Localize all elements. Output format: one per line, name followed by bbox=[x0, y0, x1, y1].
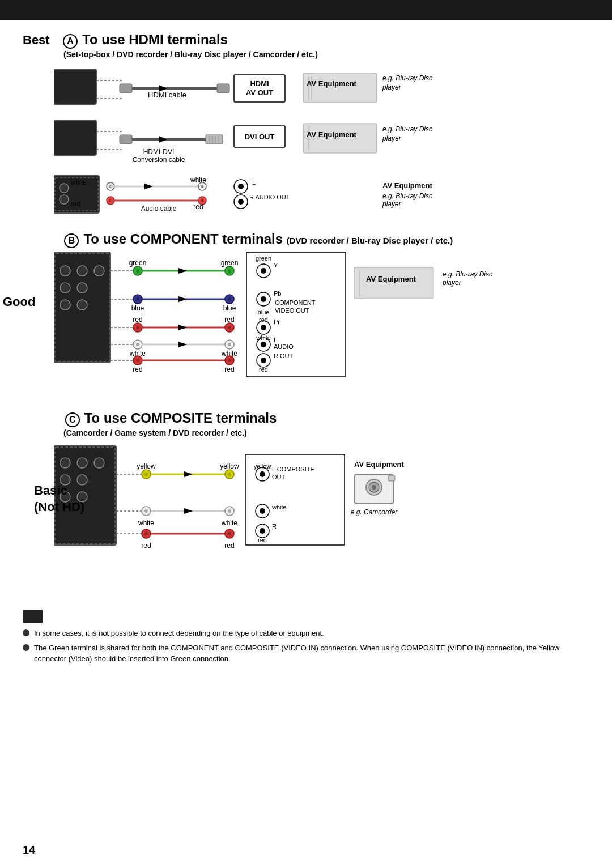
note-bullet-1 bbox=[23, 629, 29, 636]
svg-point-53 bbox=[201, 199, 204, 202]
top-bar bbox=[0, 0, 612, 20]
note-1: In some cases, it is not possible to con… bbox=[23, 628, 589, 639]
section-b-subtitle-inline: (DVD recorder / Blu-ray Disc player / et… bbox=[287, 236, 453, 245]
svg-rect-19 bbox=[120, 135, 132, 144]
svg-point-100 bbox=[136, 359, 139, 362]
svg-point-134 bbox=[261, 342, 266, 347]
circle-b: B bbox=[64, 233, 79, 248]
svg-point-177 bbox=[228, 509, 231, 513]
svg-marker-48 bbox=[144, 184, 153, 189]
svg-point-116 bbox=[228, 359, 231, 362]
svg-point-148 bbox=[60, 458, 70, 468]
section-a-subtitle: (Set-top-box / DVD recorder / Blu-ray Di… bbox=[63, 50, 589, 59]
svg-point-82 bbox=[136, 297, 139, 301]
svg-marker-78 bbox=[178, 268, 187, 274]
svg-point-67 bbox=[77, 266, 87, 276]
svg-text:e.g. Blu-ray Disc: e.g. Blu-ray Disc bbox=[382, 74, 432, 82]
svg-text:AV Equipment: AV Equipment bbox=[366, 275, 416, 283]
svg-point-69 bbox=[60, 283, 70, 293]
svg-text:DVI OUT: DVI OUT bbox=[245, 133, 275, 141]
section-c: Basic C To use COMPOSITE terminals (Camc… bbox=[23, 410, 589, 587]
svg-point-60 bbox=[238, 199, 244, 205]
svg-text:white: white bbox=[70, 178, 87, 186]
svg-point-184 bbox=[260, 471, 265, 477]
svg-rect-0 bbox=[54, 69, 96, 104]
svg-text:AV Equipment: AV Equipment bbox=[307, 79, 357, 88]
svg-text:AV Equipment: AV Equipment bbox=[307, 130, 357, 139]
section-c-title: To use COMPOSITE terminals bbox=[84, 410, 277, 426]
svg-text:red: red bbox=[258, 537, 267, 543]
svg-text:green: green bbox=[256, 255, 271, 262]
svg-rect-22 bbox=[206, 135, 223, 144]
svg-marker-160 bbox=[184, 471, 193, 477]
svg-text:Conversion cable: Conversion cable bbox=[133, 156, 185, 164]
svg-marker-21 bbox=[159, 136, 167, 143]
notes-area: In some cases, it is not possible to con… bbox=[23, 610, 589, 665]
svg-text:L: L bbox=[274, 337, 277, 343]
svg-text:L COMPOSITE: L COMPOSITE bbox=[272, 466, 314, 473]
svg-text:white: white bbox=[138, 519, 154, 527]
svg-text:e.g. Blu-ray Disc: e.g. Blu-ray Disc bbox=[382, 192, 432, 200]
svg-point-199 bbox=[372, 485, 376, 490]
svg-text:red: red bbox=[224, 316, 234, 324]
section-a: Best A To use HDMI terminals (Set-top-bo… bbox=[23, 32, 589, 225]
svg-text:red: red bbox=[141, 542, 151, 550]
svg-text:player: player bbox=[442, 279, 462, 287]
svg-text:AV Equipment: AV Equipment bbox=[354, 460, 405, 469]
svg-rect-6 bbox=[217, 84, 230, 93]
svg-point-51 bbox=[201, 185, 204, 188]
svg-point-164 bbox=[144, 509, 148, 513]
svg-text:AV Equipment: AV Equipment bbox=[382, 181, 433, 190]
svg-text:Y: Y bbox=[274, 262, 278, 269]
svg-text:white: white bbox=[221, 519, 237, 527]
svg-point-139 bbox=[261, 358, 266, 363]
svg-rect-3 bbox=[120, 84, 132, 93]
svg-point-107 bbox=[228, 297, 231, 301]
svg-point-110 bbox=[228, 326, 231, 329]
svg-text:red: red bbox=[259, 366, 268, 373]
svg-text:blue: blue bbox=[258, 309, 270, 316]
svg-point-150 bbox=[94, 458, 104, 468]
composite-diagram-svg: yellow white red yellow bbox=[54, 443, 575, 585]
svg-text:VIDEO OUT: VIDEO OUT bbox=[275, 307, 309, 314]
svg-text:red: red bbox=[224, 365, 234, 373]
svg-point-104 bbox=[228, 269, 231, 273]
svg-point-170 bbox=[144, 532, 148, 535]
svg-point-37 bbox=[60, 184, 69, 193]
svg-point-57 bbox=[238, 184, 244, 189]
svg-text:COMPONENT: COMPONENT bbox=[275, 299, 316, 306]
svg-text:L: L bbox=[252, 179, 256, 186]
svg-text:player: player bbox=[382, 200, 402, 208]
svg-text:e.g. Blu-ray Disc: e.g. Blu-ray Disc bbox=[382, 125, 432, 133]
svg-text:red: red bbox=[133, 365, 142, 373]
svg-point-123 bbox=[261, 296, 266, 302]
svg-point-113 bbox=[228, 343, 231, 346]
hdmi-cable-label: HDMI cable bbox=[148, 91, 186, 99]
svg-text:R AUDIO OUT: R AUDIO OUT bbox=[249, 194, 290, 201]
svg-marker-84 bbox=[178, 296, 187, 302]
circle-a: A bbox=[63, 34, 78, 49]
svg-point-149 bbox=[77, 458, 87, 468]
svg-text:red: red bbox=[71, 200, 80, 208]
svg-point-88 bbox=[136, 326, 139, 329]
svg-point-130 bbox=[261, 325, 266, 330]
svg-point-70 bbox=[77, 283, 87, 293]
svg-text:Pb: Pb bbox=[274, 290, 281, 297]
svg-text:red: red bbox=[259, 316, 268, 323]
svg-text:green: green bbox=[221, 259, 239, 267]
note-2: The Green terminal is shared for both th… bbox=[23, 643, 589, 665]
page-number: 14 bbox=[23, 844, 35, 857]
svg-point-72 bbox=[77, 300, 87, 310]
svg-point-174 bbox=[228, 473, 231, 476]
note-bullet-2 bbox=[23, 644, 29, 651]
svg-text:e.g. Camcorder: e.g. Camcorder bbox=[351, 508, 398, 516]
svg-point-76 bbox=[136, 269, 139, 273]
svg-text:yellow: yellow bbox=[254, 463, 271, 470]
svg-point-180 bbox=[228, 532, 231, 535]
svg-point-68 bbox=[94, 266, 104, 276]
svg-rect-10 bbox=[303, 73, 377, 103]
svg-point-189 bbox=[260, 508, 265, 514]
circle-c: C bbox=[65, 412, 80, 427]
section-b-title: To use COMPONENT terminals (DVD recorder… bbox=[83, 231, 453, 247]
svg-text:e.g. Blu-ray Disc: e.g. Blu-ray Disc bbox=[443, 270, 492, 278]
